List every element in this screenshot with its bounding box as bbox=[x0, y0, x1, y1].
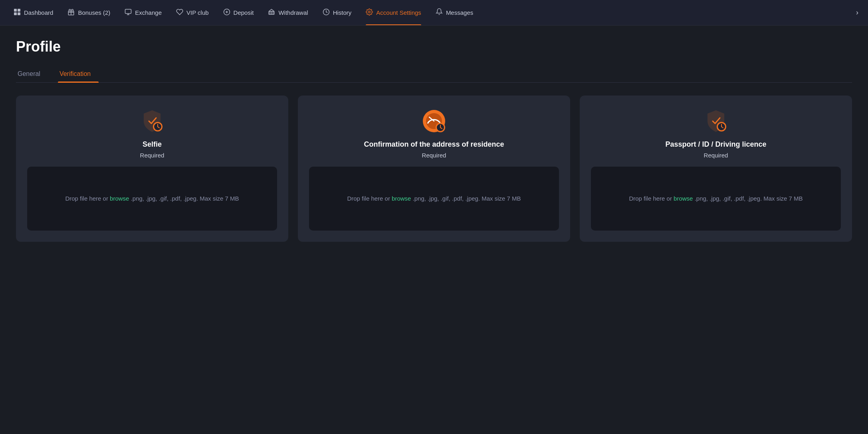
address-drop-text: Drop file here or browse .png, .jpg, .gi… bbox=[347, 194, 521, 203]
nav-exchange-label: Exchange bbox=[135, 9, 162, 16]
nav-vip-label: VIP club bbox=[186, 9, 209, 16]
clock-icon bbox=[323, 8, 330, 17]
nav-bonuses[interactable]: Bonuses (2) bbox=[60, 0, 117, 26]
svg-point-12 bbox=[369, 11, 371, 13]
nav-withdrawal[interactable]: Withdrawal bbox=[261, 0, 315, 26]
nav-history[interactable]: History bbox=[315, 0, 359, 26]
passport-title: Passport / ID / Driving licence bbox=[665, 140, 766, 149]
passport-browse-link[interactable]: browse bbox=[674, 195, 693, 202]
selfie-drop-text: Drop file here or browse .png, .jpg, .gi… bbox=[65, 194, 239, 203]
grid-icon bbox=[14, 8, 21, 17]
card-passport: Passport / ID / Driving licence Required… bbox=[580, 96, 852, 242]
svg-rect-1 bbox=[18, 9, 20, 12]
heart-icon bbox=[176, 8, 183, 17]
gift-icon bbox=[67, 8, 75, 17]
nav-deposit[interactable]: Deposit bbox=[216, 0, 261, 26]
nav-messages-label: Messages bbox=[446, 9, 473, 16]
address-title: Confirmation of the address of residence bbox=[364, 140, 504, 149]
passport-icon bbox=[703, 108, 729, 134]
card-selfie: Selfie Required Drop file here or browse… bbox=[16, 96, 288, 242]
address-subtitle: Required bbox=[422, 152, 446, 159]
nav-account-settings[interactable]: Account Settings bbox=[359, 0, 428, 26]
address-icon bbox=[421, 108, 447, 134]
card-address: Confirmation of the address of residence… bbox=[298, 96, 570, 242]
selfie-subtitle: Required bbox=[140, 152, 164, 159]
nav-withdrawal-label: Withdrawal bbox=[278, 9, 308, 16]
page-title: Profile bbox=[16, 38, 852, 55]
gear-icon bbox=[366, 8, 373, 17]
tab-verification[interactable]: Verification bbox=[58, 66, 99, 82]
passport-drop-text: Drop file here or browse .png, .jpg, .gi… bbox=[629, 194, 803, 203]
svg-rect-5 bbox=[125, 9, 131, 14]
passport-dropzone[interactable]: Drop file here or browse .png, .jpg, .gi… bbox=[591, 167, 841, 231]
svg-rect-0 bbox=[14, 9, 17, 12]
nav-exchange[interactable]: Exchange bbox=[117, 0, 169, 26]
nav-messages[interactable]: Messages bbox=[428, 0, 480, 26]
passport-subtitle: Required bbox=[704, 152, 728, 159]
address-icon-area bbox=[421, 108, 447, 134]
svg-rect-2 bbox=[14, 12, 17, 15]
tab-general[interactable]: General bbox=[16, 66, 48, 82]
address-browse-link[interactable]: browse bbox=[392, 195, 411, 202]
selfie-icon bbox=[139, 108, 165, 134]
nav-chevron-icon[interactable]: › bbox=[853, 8, 862, 17]
svg-rect-3 bbox=[18, 12, 20, 15]
navbar: Dashboard Bonuses (2) Exchange VIP club … bbox=[0, 0, 868, 26]
nav-dashboard[interactable]: Dashboard bbox=[6, 0, 60, 26]
nav-vip-club[interactable]: VIP club bbox=[169, 0, 216, 26]
address-dropzone[interactable]: Drop file here or browse .png, .jpg, .gi… bbox=[309, 167, 559, 231]
nav-deposit-label: Deposit bbox=[234, 9, 254, 16]
selfie-icon-area bbox=[139, 108, 165, 134]
nav-account-settings-label: Account Settings bbox=[376, 9, 421, 16]
main-content: Profile General Verification bbox=[0, 26, 868, 255]
verification-cards: Selfie Required Drop file here or browse… bbox=[16, 96, 852, 242]
nav-history-label: History bbox=[333, 9, 352, 16]
nav-dashboard-label: Dashboard bbox=[24, 9, 53, 16]
profile-tabs: General Verification bbox=[16, 66, 852, 83]
exchange-icon bbox=[125, 8, 132, 17]
passport-icon-area bbox=[703, 108, 729, 134]
selfie-title: Selfie bbox=[143, 140, 162, 149]
bank-icon bbox=[268, 8, 275, 17]
selfie-dropzone[interactable]: Drop file here or browse .png, .jpg, .gi… bbox=[27, 167, 277, 231]
bell-icon bbox=[436, 8, 443, 17]
coin-icon bbox=[223, 8, 230, 17]
selfie-browse-link[interactable]: browse bbox=[110, 195, 129, 202]
nav-bonuses-label: Bonuses (2) bbox=[78, 9, 110, 16]
